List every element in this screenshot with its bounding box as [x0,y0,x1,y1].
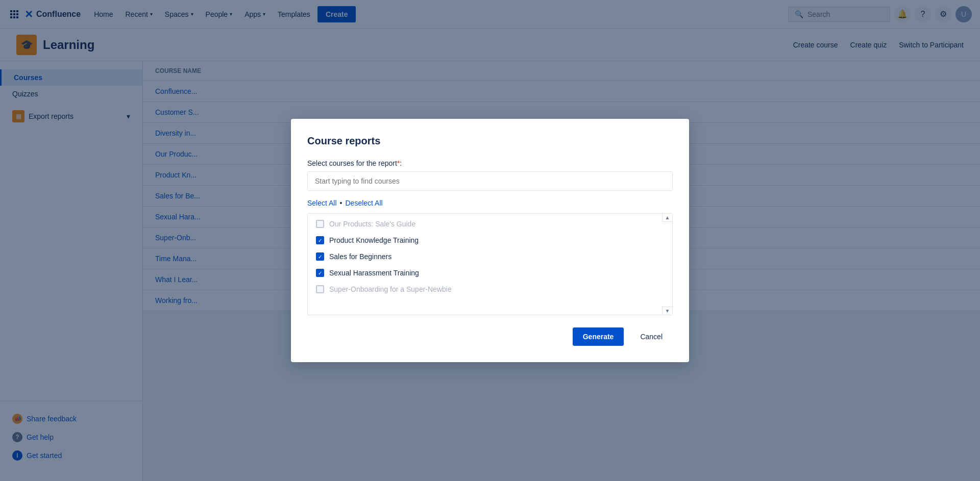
cancel-button[interactable]: Cancel [630,327,673,346]
course-checkbox[interactable] [316,220,324,228]
list-item[interactable]: Our Products: Sale's Guide [308,216,672,232]
course-name: Sexual Harassment Training [329,269,419,277]
list-item[interactable]: ✓ Product Knowledge Training [308,232,672,248]
course-name: Product Knowledge Training [329,236,419,244]
modal-footer: Generate Cancel [307,327,673,346]
course-name: Super-Onboarding for a Super-Newbie [329,285,452,293]
course-checkbox[interactable] [316,285,324,293]
scroll-down-arrow[interactable]: ▼ [662,307,672,315]
course-search-input[interactable] [307,171,673,191]
list-item[interactable]: ✓ Sexual Harassment Training [308,265,672,281]
course-list: Our Products: Sale's Guide ✓ Product Kno… [307,213,673,315]
course-list-inner: Our Products: Sale's Guide ✓ Product Kno… [308,214,672,315]
scroll-up-arrow[interactable]: ▲ [662,214,672,222]
modal-overlay[interactable]: Course reports Select courses for the re… [0,0,980,481]
course-reports-modal: Course reports Select courses for the re… [291,119,689,362]
course-checkbox[interactable]: ✓ [316,236,324,244]
list-item[interactable]: ✓ Sales for Beginners [308,248,672,265]
modal-select-label: Select courses for the report*: [307,159,673,167]
modal-title: Course reports [307,135,673,147]
separator: • [340,199,342,207]
select-actions: Select All • Deselect All [307,199,673,207]
deselect-all-link[interactable]: Deselect All [346,199,383,207]
course-checkbox[interactable]: ✓ [316,252,324,261]
generate-button[interactable]: Generate [573,327,624,346]
list-item[interactable]: Super-Onboarding for a Super-Newbie [308,281,672,297]
course-checkbox[interactable]: ✓ [316,269,324,277]
course-name: Our Products: Sale's Guide [329,220,415,228]
course-name: Sales for Beginners [329,252,391,261]
select-all-link[interactable]: Select All [307,199,337,207]
